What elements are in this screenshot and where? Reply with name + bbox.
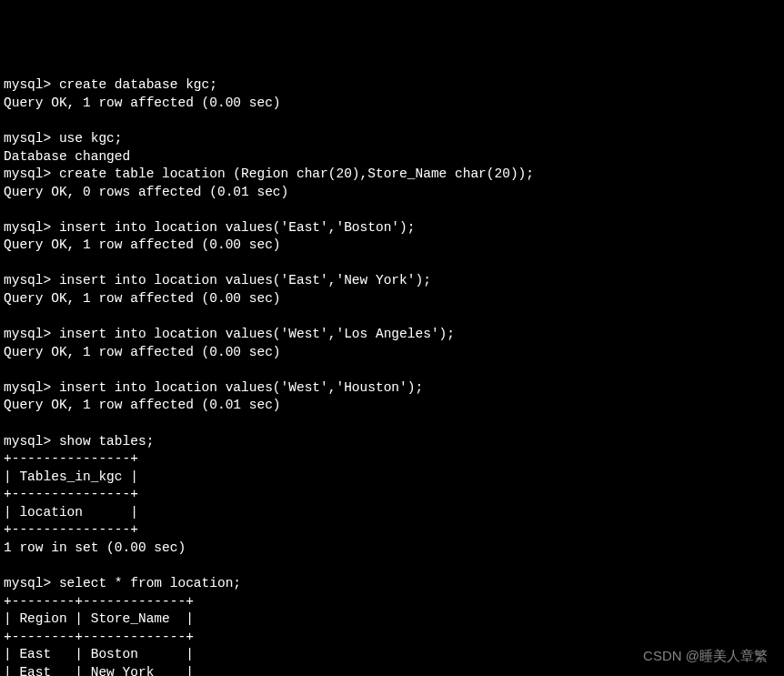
terminal-line: mysql> create table location (Region cha…	[4, 166, 780, 184]
terminal-line: mysql> show tables;	[4, 433, 780, 451]
terminal-line: +---------------+	[4, 486, 780, 504]
terminal-line	[4, 308, 780, 327]
terminal-line: +--------+-------------+	[4, 629, 780, 647]
terminal-line: Database changed	[4, 148, 780, 166]
terminal-line: mysql> insert into location values('West…	[4, 379, 780, 398]
terminal-line: Query OK, 1 row affected (0.00 sec)	[4, 344, 780, 362]
terminal-line	[4, 255, 780, 273]
terminal-line: +--------+-------------+	[4, 593, 780, 611]
terminal-line	[4, 361, 780, 379]
terminal-line: mysql> use kgc;	[4, 130, 780, 148]
terminal-output[interactable]: mysql> create database kgc;Query OK, 1 r…	[4, 76, 780, 676]
terminal-line: Query OK, 1 row affected (0.00 sec)	[4, 290, 780, 308]
terminal-line: Query OK, 1 row affected (0.00 sec)	[4, 95, 780, 113]
terminal-line: mysql> select * from location;	[4, 575, 780, 593]
watermark-text: CSDN @睡美人章繁	[643, 647, 768, 665]
terminal-line: Query OK, 1 row affected (0.01 sec)	[4, 397, 780, 415]
terminal-line: | Region | Store_Name |	[4, 610, 780, 629]
terminal-line: mysql> insert into location values('West…	[4, 326, 780, 344]
terminal-line: mysql> create database kgc;	[4, 76, 780, 95]
terminal-line: 1 row in set (0.00 sec)	[4, 540, 780, 558]
terminal-line: | location |	[4, 504, 780, 522]
terminal-line: mysql> insert into location values('East…	[4, 219, 780, 237]
terminal-line: +---------------+	[4, 450, 780, 469]
terminal-line: | East | New York |	[4, 664, 780, 676]
terminal-line	[4, 112, 780, 130]
terminal-line	[4, 557, 780, 575]
terminal-line: mysql> insert into location values('East…	[4, 272, 780, 290]
terminal-line: Query OK, 0 rows affected (0.01 sec)	[4, 184, 780, 202]
terminal-line: | Tables_in_kgc |	[4, 469, 780, 487]
terminal-line	[4, 415, 780, 433]
terminal-line: Query OK, 1 row affected (0.00 sec)	[4, 237, 780, 255]
terminal-line	[4, 201, 780, 219]
terminal-line: +---------------+	[4, 521, 780, 540]
